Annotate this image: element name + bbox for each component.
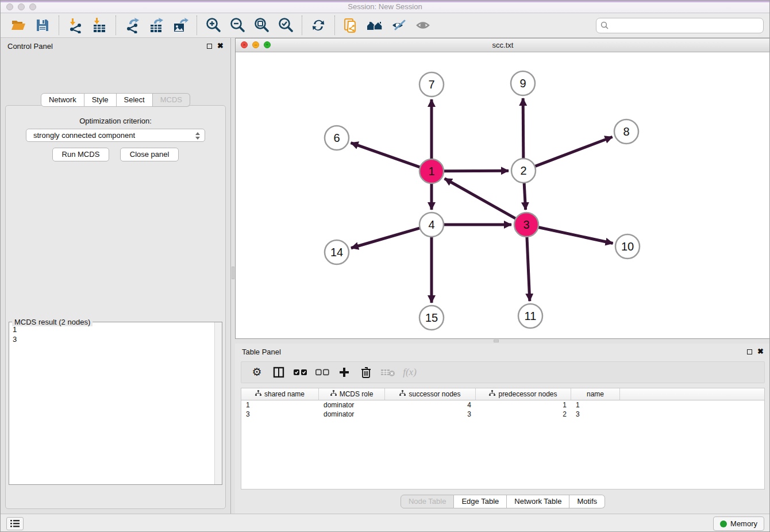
window-close-button[interactable] bbox=[6, 3, 13, 10]
edge-1-6[interactable] bbox=[351, 143, 421, 167]
node-label: 7 bbox=[428, 78, 434, 91]
edge-4-14[interactable] bbox=[351, 228, 420, 248]
edge-3-11[interactable] bbox=[527, 237, 530, 301]
column-header-predecessor-nodes[interactable]: predecessor nodes bbox=[476, 388, 571, 400]
tab-node-table[interactable]: Node Table bbox=[401, 495, 455, 508]
add-row-icon[interactable] bbox=[336, 364, 353, 381]
column-header-MCDS-role[interactable]: MCDS role bbox=[319, 388, 385, 400]
zoom-in-icon[interactable] bbox=[203, 15, 224, 36]
node-15[interactable]: 15 bbox=[419, 306, 444, 330]
close-panel-icon[interactable]: ✖ bbox=[217, 43, 224, 49]
node-7[interactable]: 7 bbox=[419, 72, 444, 97]
network-maximize-button[interactable]: + bbox=[264, 41, 271, 48]
table-panel-header: Table Panel ✖ bbox=[235, 344, 770, 360]
first-neighbors-icon[interactable] bbox=[365, 15, 386, 36]
edge-2-3[interactable] bbox=[524, 183, 526, 210]
tab-network[interactable]: Network bbox=[41, 93, 84, 107]
task-history-button[interactable] bbox=[6, 517, 24, 530]
zoom-selected-icon[interactable] bbox=[275, 15, 296, 36]
close-table-panel-icon[interactable]: ✖ bbox=[757, 349, 764, 354]
table-cell[interactable]: dominator bbox=[319, 400, 385, 410]
node-4[interactable]: 4 bbox=[419, 213, 444, 237]
result-line: 3 bbox=[13, 334, 210, 344]
table-cell[interactable]: 1 bbox=[241, 400, 319, 410]
edge-2-8[interactable] bbox=[535, 137, 613, 166]
table-row[interactable]: 3dominator323 bbox=[241, 410, 764, 419]
tab-mcds[interactable]: MCDS bbox=[153, 93, 190, 107]
memory-button[interactable]: Memory bbox=[713, 516, 764, 531]
table-cell[interactable]: 1 bbox=[476, 400, 571, 410]
control-panel-header: Control Panel ✖ bbox=[1, 38, 230, 54]
edge-3-1[interactable] bbox=[445, 179, 516, 219]
node-14[interactable]: 14 bbox=[325, 240, 349, 264]
node-6[interactable]: 6 bbox=[325, 126, 349, 150]
window-minimize-button[interactable] bbox=[18, 3, 25, 10]
column-header-shared-name[interactable]: shared name bbox=[241, 388, 319, 400]
hide-selected-icon[interactable] bbox=[389, 15, 410, 36]
tab-motifs[interactable]: Motifs bbox=[569, 495, 605, 508]
select-all-checks-icon[interactable] bbox=[292, 364, 309, 381]
main-toolbar bbox=[1, 13, 769, 38]
zoom-out-icon[interactable] bbox=[227, 15, 248, 36]
node-8[interactable]: 8 bbox=[614, 119, 638, 144]
column-selector-icon[interactable] bbox=[270, 364, 287, 381]
horizontal-splitter[interactable] bbox=[235, 339, 770, 344]
delete-row-icon[interactable] bbox=[357, 364, 375, 381]
tab-select[interactable]: Select bbox=[117, 93, 153, 107]
horizontal-splitter-handle[interactable] bbox=[494, 340, 499, 342]
close-panel-button[interactable]: Close panel bbox=[120, 148, 179, 161]
edge-2-9[interactable] bbox=[523, 98, 523, 159]
table-cell[interactable]: 2 bbox=[476, 410, 571, 419]
node-10[interactable]: 10 bbox=[615, 234, 640, 259]
result-scrollbar[interactable] bbox=[214, 322, 222, 484]
node-3[interactable]: 3 bbox=[514, 213, 538, 237]
table-cell[interactable]: 3 bbox=[385, 410, 476, 419]
tab-edge-table[interactable]: Edge Table bbox=[454, 495, 507, 508]
table-cell[interactable]: 1 bbox=[571, 400, 620, 410]
deselect-all-checks-icon[interactable] bbox=[314, 364, 331, 381]
column-header-name[interactable]: name bbox=[571, 388, 620, 400]
node-11[interactable]: 11 bbox=[518, 304, 542, 328]
import-network-icon[interactable] bbox=[65, 15, 86, 36]
export-table-icon[interactable] bbox=[146, 15, 167, 36]
memory-label: Memory bbox=[730, 519, 757, 528]
network-canvas[interactable]: 7968124314101511 bbox=[236, 52, 770, 338]
table-settings-icon[interactable]: ⚙ bbox=[248, 364, 265, 381]
run-mcds-button[interactable]: Run MCDS bbox=[52, 148, 110, 161]
column-label: shared name bbox=[264, 390, 305, 398]
table-cell[interactable]: 3 bbox=[241, 410, 319, 419]
edge-3-10[interactable] bbox=[538, 227, 613, 243]
vertical-splitter[interactable] bbox=[231, 38, 235, 514]
float-table-panel-icon[interactable] bbox=[747, 349, 752, 354]
network-window-titlebar[interactable]: × – + scc.txt bbox=[236, 38, 770, 52]
node-1[interactable]: 1 bbox=[419, 159, 444, 183]
node-9[interactable]: 9 bbox=[511, 71, 535, 95]
vertical-splitter-handle[interactable] bbox=[232, 267, 234, 279]
table-cell[interactable]: dominator bbox=[319, 410, 385, 419]
search-input[interactable] bbox=[596, 18, 764, 33]
float-panel-icon[interactable] bbox=[207, 44, 212, 49]
clone-network-icon[interactable] bbox=[341, 15, 361, 36]
network-close-button[interactable]: × bbox=[241, 41, 248, 48]
refresh-icon[interactable] bbox=[308, 15, 329, 36]
save-session-icon[interactable] bbox=[32, 15, 53, 36]
export-network-icon[interactable] bbox=[122, 15, 143, 36]
edge-1-2[interactable] bbox=[444, 171, 509, 171]
column-header-successor-nodes[interactable]: successor nodes bbox=[385, 388, 476, 400]
zoom-fit-icon[interactable] bbox=[251, 15, 272, 36]
open-file-icon[interactable] bbox=[8, 15, 29, 36]
tab-style[interactable]: Style bbox=[84, 93, 117, 107]
import-table-icon[interactable] bbox=[89, 15, 110, 36]
export-image-icon[interactable] bbox=[170, 15, 191, 36]
mcds-result-text[interactable]: 13 bbox=[9, 323, 214, 484]
network-minimize-button[interactable]: – bbox=[252, 41, 259, 48]
window-zoom-button[interactable] bbox=[29, 3, 36, 10]
search-icon bbox=[600, 21, 609, 32]
node-2[interactable]: 2 bbox=[511, 159, 536, 183]
table-cell[interactable]: 3 bbox=[571, 410, 620, 419]
table-cell[interactable]: 4 bbox=[385, 400, 476, 410]
table-row[interactable]: 1dominator411 bbox=[241, 400, 764, 410]
optimization-criterion-select[interactable]: strongly connected component bbox=[26, 129, 205, 142]
tab-network-table[interactable]: Network Table bbox=[507, 495, 569, 508]
show-all-icon[interactable] bbox=[413, 15, 434, 36]
